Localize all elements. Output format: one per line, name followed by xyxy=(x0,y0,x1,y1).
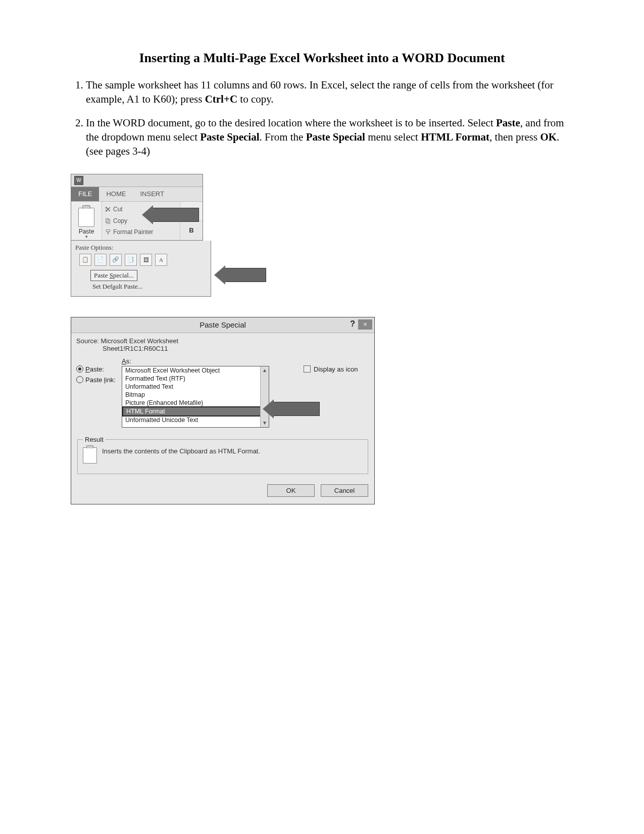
list-item[interactable]: Unformatted Text xyxy=(122,383,269,391)
paste-options-icons: 📋 📄 🔗 📑 🖼 A xyxy=(75,254,207,266)
list-item[interactable]: Formatted Text (RTF) xyxy=(122,375,269,383)
ribbon-main: Paste ▾ Cut Copy xyxy=(71,201,203,240)
ribbon-tabs: FILE HOME INSERT xyxy=(71,187,203,201)
document-page: { "title": "Inserting a Multi-Page Excel… xyxy=(0,0,644,555)
svg-rect-2 xyxy=(106,218,109,222)
ribbon-titlebar: W xyxy=(71,174,203,187)
display-as-icon-checkbox[interactable]: Display as icon xyxy=(304,365,369,373)
annotation-arrow-icon xyxy=(153,208,199,222)
format-painter-icon xyxy=(105,229,111,235)
paste-option-text-only-icon[interactable]: A xyxy=(155,254,167,266)
dialog-help-button[interactable]: ? xyxy=(350,319,355,329)
format-painter-button[interactable]: Format Painter xyxy=(105,228,177,236)
dialog-right-options: Display as icon xyxy=(300,357,369,373)
paste-icon xyxy=(78,208,94,227)
source-line2: Sheet1!R1C1:R60C11 xyxy=(103,345,168,352)
radio-unchecked-icon xyxy=(76,376,83,383)
paste-options-title: Paste Options: xyxy=(75,244,207,252)
format-painter-label: Format Painter xyxy=(113,228,153,236)
radio-paste[interactable]: Paste: xyxy=(76,365,122,373)
source-line1: Microsoft Excel Worksheet xyxy=(101,337,178,345)
scissors-icon xyxy=(105,206,111,212)
paste-option-keep-source-icon[interactable]: 📋 xyxy=(79,254,91,266)
dialog-source: Source: Microsoft Excel Worksheet Sheet1… xyxy=(76,337,369,352)
dialog-titlebar: Paste Special ? × xyxy=(71,317,374,333)
as-label: As: xyxy=(122,357,300,365)
ribbon-figure: W FILE HOME INSERT Paste ▾ xyxy=(66,174,268,297)
bold-button[interactable]: B xyxy=(180,221,203,240)
word-ribbon: W FILE HOME INSERT Paste ▾ xyxy=(71,174,203,241)
page-title: Inserting a Multi-Page Excel Worksheet i… xyxy=(66,51,578,66)
paste-option-link-source-icon[interactable]: 🔗 xyxy=(110,254,122,266)
dialog-title: Paste Special xyxy=(200,320,246,329)
copy-label: Copy xyxy=(113,217,127,224)
radio-checked-icon xyxy=(76,365,83,373)
set-default-paste-menu-item[interactable]: Set Default Paste... xyxy=(90,281,207,292)
scroll-down-icon[interactable]: ▼ xyxy=(261,419,269,427)
ok-button[interactable]: OK xyxy=(267,484,315,497)
paste-special-dialog: Paste Special ? × Source: Microsoft Exce… xyxy=(71,317,375,504)
annotation-arrow-icon xyxy=(225,268,266,282)
word-app-icon: W xyxy=(74,176,83,185)
paste-option-picture-icon[interactable]: 🖼 xyxy=(140,254,152,266)
step-2: In the WORD document, go to the desired … xyxy=(86,116,578,159)
as-column: As: Microsoft Excel Worksheet Object For… xyxy=(122,357,300,428)
tab-file[interactable]: FILE xyxy=(71,187,99,201)
list-item[interactable]: Bitmap xyxy=(122,391,269,399)
display-as-icon-label: Display as icon xyxy=(314,365,358,373)
step-1: The sample worksheet has 11 columns and … xyxy=(86,78,578,107)
copy-icon xyxy=(105,218,111,224)
source-label: Source: xyxy=(76,337,99,345)
result-group: Result Inserts the contents of the Clipb… xyxy=(77,436,368,474)
list-item-selected[interactable]: HTML Format xyxy=(122,406,269,416)
clipboard-result-icon xyxy=(83,447,97,464)
tab-home[interactable]: HOME xyxy=(99,187,133,201)
svg-rect-3 xyxy=(107,219,110,223)
cancel-button[interactable]: Cancel xyxy=(321,484,368,497)
paste-dropdown-panel: Paste Options: 📋 📄 🔗 📑 🖼 A Paste Special… xyxy=(71,241,211,297)
paste-option-link-merge-icon[interactable]: 📑 xyxy=(125,254,137,266)
instruction-list: The sample worksheet has 11 columns and … xyxy=(66,78,578,159)
dialog-body: Source: Microsoft Excel Worksheet Sheet1… xyxy=(71,333,374,479)
tab-insert[interactable]: INSERT xyxy=(133,187,171,201)
svg-rect-4 xyxy=(106,230,110,232)
cut-label: Cut xyxy=(113,206,123,213)
checkbox-unchecked-icon xyxy=(304,365,311,373)
clipboard-group: Cut Copy Format Painter xyxy=(102,202,180,240)
format-listbox[interactable]: Microsoft Excel Worksheet Object Formatt… xyxy=(122,366,269,428)
radio-paste-link[interactable]: Paste link: xyxy=(76,376,122,384)
paste-option-merge-icon[interactable]: 📄 xyxy=(94,254,107,266)
result-text: Inserts the contents of the Clipboard as… xyxy=(102,447,260,455)
dialog-button-row: OK Cancel xyxy=(71,479,374,504)
annotation-arrow-icon xyxy=(273,402,320,416)
result-legend: Result xyxy=(83,436,106,443)
list-item[interactable]: Picture (Enhanced Metafile) xyxy=(122,399,269,407)
paste-button[interactable]: Paste ▾ xyxy=(71,202,102,240)
list-item[interactable]: Microsoft Excel Worksheet Object xyxy=(122,366,269,375)
list-item[interactable]: Unformatted Unicode Text xyxy=(122,416,269,424)
scroll-up-icon[interactable]: ▲ xyxy=(261,366,269,375)
paste-dropdown-arrow-icon[interactable]: ▾ xyxy=(85,234,88,239)
paste-mode-radios: Paste: Paste link: xyxy=(76,357,122,387)
dialog-close-button[interactable]: × xyxy=(358,319,372,330)
paste-special-menu-item[interactable]: Paste Special... xyxy=(90,270,137,281)
